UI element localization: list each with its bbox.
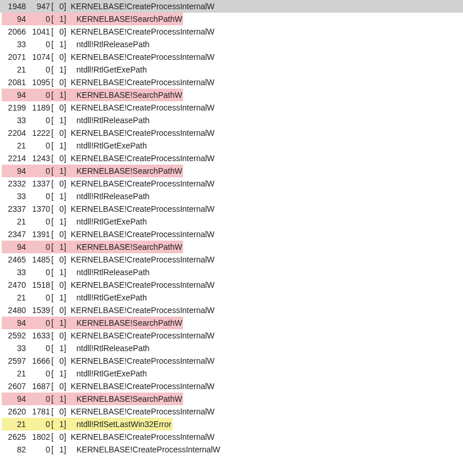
trace-row[interactable]: 20711074 [0] KERNELBASE!CreateProcessInt…	[0, 51, 463, 63]
trace-col-function: ntdll!RtlGetExePath	[66, 291, 147, 304]
trace-col-addr: 94	[3, 241, 27, 253]
trace-col-addr: 2607	[3, 380, 27, 393]
trace-col-offset: 0	[27, 89, 51, 101]
trace-row[interactable]: 940 [1] KERNELBASE!SearchPathW	[0, 89, 463, 101]
trace-row[interactable]: 940 [1] KERNELBASE!SearchPathW	[0, 165, 463, 177]
trace-row[interactable]: 210 [1] ntdll!RtlSetLastWin32Error	[0, 418, 463, 431]
trace-col-addr: 21	[3, 418, 27, 431]
trace-col-offset: 0	[27, 38, 51, 51]
trace-col-function: KERNELBASE!CreateProcessInternalW	[66, 253, 215, 266]
trace-col-addr: 2066	[3, 25, 27, 38]
trace-row[interactable]: 20661041 [0] KERNELBASE!CreateProcessInt…	[0, 25, 463, 38]
trace-row-content: 210 [1] ntdll!RtlGetExePath	[2, 215, 148, 228]
trace-row[interactable]: 210 [1] ntdll!RtlGetExePath	[0, 139, 463, 152]
trace-col-offset: 1633	[27, 329, 51, 342]
trace-col-function: ntdll!RtlGetExePath	[66, 139, 147, 152]
trace-col-offset: 1518	[27, 279, 51, 291]
trace-col-addr: 94	[3, 89, 27, 101]
trace-col-addr: 94	[3, 317, 27, 329]
trace-col-offset: 1074	[27, 51, 51, 63]
trace-col-offset: 0	[27, 291, 51, 304]
trace-col-addr: 2332	[3, 177, 27, 190]
trace-row[interactable]: 24701518 [0] KERNELBASE!CreateProcessInt…	[0, 279, 463, 291]
trace-row[interactable]: 210 [1] ntdll!RtlGetExePath	[0, 63, 463, 76]
trace-col-addr: 2625	[3, 431, 27, 443]
trace-row[interactable]: 25971666 [0] KERNELBASE!CreateProcessInt…	[0, 355, 463, 367]
trace-row[interactable]: 820 [1] KERNELBASE!CreateProcessInternal…	[0, 443, 463, 456]
trace-col-addr: 21	[3, 367, 27, 380]
trace-col-offset: 947	[27, 0, 51, 13]
trace-row[interactable]: 210 [1] ntdll!RtlGetExePath	[0, 367, 463, 380]
trace-row-content: 940 [1] KERNELBASE!SearchPathW	[2, 317, 183, 329]
trace-col-offset: 1666	[27, 355, 51, 367]
trace-row[interactable]: 330 [1] ntdll!RtlReleasePath	[0, 38, 463, 51]
trace-row[interactable]: 940 [1] KERNELBASE!SearchPathW	[0, 13, 463, 25]
trace-col-function: KERNELBASE!CreateProcessInternalW	[66, 431, 215, 443]
trace-row-content: 24701518 [0] KERNELBASE!CreateProcessInt…	[2, 279, 216, 291]
trace-col-addr: 21	[3, 63, 27, 76]
trace-row[interactable]: 26071687 [0] KERNELBASE!CreateProcessInt…	[0, 380, 463, 393]
trace-row[interactable]: 23471391 [0] KERNELBASE!CreateProcessInt…	[0, 228, 463, 241]
trace-col-depth: 0	[54, 279, 64, 291]
trace-col-addr: 21	[3, 139, 27, 152]
trace-row[interactable]: 940 [1] KERNELBASE!SearchPathW	[0, 393, 463, 405]
trace-col-function: KERNELBASE!CreateProcessInternalW	[66, 355, 215, 367]
trace-col-addr: 2620	[3, 405, 27, 418]
trace-col-offset: 0	[27, 114, 51, 127]
trace-row[interactable]: 210 [1] ntdll!RtlGetExePath	[0, 291, 463, 304]
trace-row[interactable]: 26201781 [0] KERNELBASE!CreateProcessInt…	[0, 405, 463, 418]
trace-col-function: KERNELBASE!CreateProcessInternalW	[66, 279, 215, 291]
trace-row[interactable]: 330 [1] ntdll!RtlReleasePath	[0, 266, 463, 279]
trace-row[interactable]: 24651485 [0] KERNELBASE!CreateProcessInt…	[0, 253, 463, 266]
trace-col-depth: 0	[54, 355, 64, 367]
trace-row[interactable]: 1948947 [0] KERNELBASE!CreateProcessInte…	[0, 0, 463, 13]
trace-col-function: KERNELBASE!CreateProcessInternalW	[66, 25, 215, 38]
trace-col-depth: 1	[54, 190, 64, 203]
trace-row-content: 820 [1] KERNELBASE!CreateProcessInternal…	[2, 443, 222, 456]
trace-col-offset: 0	[27, 342, 51, 355]
trace-col-addr: 2081	[3, 76, 27, 89]
trace-col-addr: 21	[3, 215, 27, 228]
trace-col-function: KERNELBASE!SearchPathW	[66, 13, 183, 25]
trace-col-offset: 1370	[27, 203, 51, 215]
trace-col-depth: 0	[54, 431, 64, 443]
trace-row[interactable]: 940 [1] KERNELBASE!SearchPathW	[0, 241, 463, 253]
trace-col-depth: 1	[54, 241, 64, 253]
trace-row-content: 330 [1] ntdll!RtlReleasePath	[2, 38, 151, 51]
trace-row[interactable]: 23321337 [0] KERNELBASE!CreateProcessInt…	[0, 177, 463, 190]
trace-col-function: KERNELBASE!CreateProcessInternalW	[66, 304, 215, 317]
trace-col-depth: 0	[54, 405, 64, 418]
trace-col-function: KERNELBASE!SearchPathW	[66, 241, 183, 253]
trace-col-offset: 0	[27, 139, 51, 152]
trace-row[interactable]: 24801539 [0] KERNELBASE!CreateProcessInt…	[0, 304, 463, 317]
trace-col-offset: 1189	[27, 101, 51, 114]
trace-row[interactable]: 210 [1] ntdll!RtlGetExePath	[0, 215, 463, 228]
trace-row-content: 24651485 [0] KERNELBASE!CreateProcessInt…	[2, 253, 216, 266]
trace-row[interactable]: 330 [1] ntdll!RtlReleasePath	[0, 342, 463, 355]
trace-row[interactable]: 940 [1] KERNELBASE!SearchPathW	[0, 317, 463, 329]
trace-row[interactable]: 25921633 [0] KERNELBASE!CreateProcessInt…	[0, 329, 463, 342]
trace-row[interactable]: 330 [1] ntdll!RtlReleasePath	[0, 190, 463, 203]
trace-col-addr: 94	[3, 393, 27, 405]
trace-row[interactable]: 21991189 [0] KERNELBASE!CreateProcessInt…	[0, 101, 463, 114]
trace-col-addr: 2480	[3, 304, 27, 317]
trace-col-function: ntdll!RtlGetExePath	[66, 215, 147, 228]
trace-col-function: KERNELBASE!CreateProcessInternalW	[66, 380, 215, 393]
trace-row[interactable]: 20811095 [0] KERNELBASE!CreateProcessInt…	[0, 76, 463, 89]
trace-col-addr: 2470	[3, 279, 27, 291]
trace-col-depth: 0	[54, 203, 64, 215]
trace-col-addr: 82	[3, 443, 27, 456]
trace-col-offset: 0	[27, 393, 51, 405]
trace-col-addr: 2592	[3, 329, 27, 342]
trace-col-depth: 1	[54, 114, 64, 127]
trace-row-content: 210 [1] ntdll!RtlGetExePath	[2, 291, 148, 304]
trace-row[interactable]: 330 [1] ntdll!RtlReleasePath	[0, 114, 463, 127]
trace-col-function: KERNELBASE!CreateProcessInternalW	[66, 101, 215, 114]
trace-col-addr: 33	[3, 266, 27, 279]
trace-col-depth: 1	[54, 418, 64, 431]
trace-row[interactable]: 26251802 [0] KERNELBASE!CreateProcessInt…	[0, 431, 463, 443]
trace-row[interactable]: 22141243 [0] KERNELBASE!CreateProcessInt…	[0, 152, 463, 165]
trace-row[interactable]: 22041222 [0] KERNELBASE!CreateProcessInt…	[0, 127, 463, 139]
trace-row[interactable]: 23371370 [0] KERNELBASE!CreateProcessInt…	[0, 203, 463, 215]
trace-col-function: KERNELBASE!CreateProcessInternalW	[66, 405, 215, 418]
